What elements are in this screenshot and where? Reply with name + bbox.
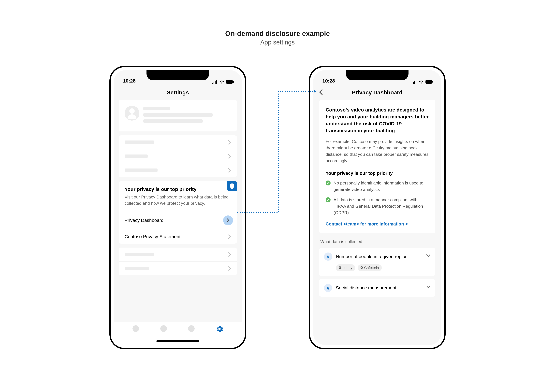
check-circle-icon [326, 181, 331, 193]
page-header: On-demand disclosure example App setting… [0, 30, 555, 46]
page-subtitle: App settings [0, 39, 555, 46]
privacy-dashboard-link[interactable]: Privacy Dashboard [119, 211, 237, 230]
intro-card: Contoso's video analytics are designed t… [319, 100, 435, 233]
battery-icon [226, 80, 234, 84]
chevron-down-icon [426, 285, 431, 288]
privacy-bullet-text: No personally identifiable information i… [334, 180, 429, 193]
phone-notch [146, 70, 209, 80]
tab-placeholder[interactable] [188, 325, 195, 332]
signal-icon [411, 80, 417, 84]
chevron-right-icon [228, 234, 231, 239]
privacy-subheading: Your privacy is our top priority [326, 171, 429, 176]
chevron-down-icon [426, 254, 431, 257]
location-chips: Lobby Cafeteria [336, 264, 431, 271]
privacy-statement-link[interactable]: Contoso Privacy Statement [119, 230, 237, 244]
phone-right: 10:28 Privacy Dashboard Contoso's video … [309, 66, 445, 349]
page-title: On-demand disclosure example [0, 30, 555, 37]
location-chip[interactable]: Lobby [336, 264, 355, 271]
settings-row-placeholder[interactable] [119, 247, 237, 261]
data-collected-label: What data is collected [319, 237, 435, 248]
avatar-placeholder [124, 106, 139, 121]
profile-card[interactable] [119, 100, 237, 131]
privacy-bullet: No personally identifiable information i… [326, 180, 429, 193]
privacy-bullet: All data is stored in a manner compliant… [326, 197, 429, 216]
phones-container: 10:28 Settings [0, 66, 555, 349]
privacy-bullet-text: All data is stored in a manner compliant… [334, 197, 429, 216]
hash-icon: # [324, 253, 332, 261]
privacy-card: Your privacy is our top priority Visit o… [119, 181, 237, 244]
privacy-dashboard-link-label: Privacy Dashboard [124, 218, 164, 223]
signal-icon [212, 80, 218, 84]
location-chip[interactable]: Cafeteria [358, 264, 382, 271]
privacy-card-description: Visit our Privacy Dashboard to learn wha… [124, 194, 231, 206]
status-time: 10:28 [322, 78, 335, 84]
settings-list-1 [119, 135, 237, 177]
settings-row-placeholder[interactable] [119, 261, 237, 275]
nav-header: Settings [114, 85, 242, 100]
chevron-highlight [223, 215, 233, 225]
settings-row-placeholder[interactable] [119, 135, 237, 149]
pin-icon [361, 266, 363, 269]
home-indicator[interactable] [156, 340, 199, 342]
chevron-right-icon [226, 218, 230, 223]
svg-rect-2 [425, 80, 432, 84]
svg-rect-1 [233, 81, 234, 83]
intro-body: For example, Contoso may provide insight… [326, 138, 429, 164]
chevron-right-icon [228, 266, 231, 271]
status-icons [411, 80, 433, 84]
chevron-right-icon [228, 140, 231, 145]
hash-icon: # [324, 284, 332, 292]
chevron-left-icon [319, 89, 323, 95]
nav-title: Privacy Dashboard [352, 89, 402, 96]
privacy-statement-link-label: Contoso Privacy Statement [124, 234, 180, 239]
intro-heading: Contoso's video analytics are designed t… [326, 106, 429, 134]
data-item-title: Number of people in a given region [336, 253, 423, 260]
wifi-icon [219, 80, 224, 84]
shield-badge [227, 181, 237, 191]
tab-bar [114, 322, 242, 345]
phone-left: 10:28 Settings [110, 66, 246, 349]
wifi-icon [419, 80, 424, 84]
tab-placeholder[interactable] [160, 325, 167, 332]
chip-label: Lobby [343, 266, 352, 270]
phone-notch [346, 70, 409, 80]
chevron-right-icon [228, 154, 231, 159]
privacy-card-title: Your privacy is our top priority [124, 186, 231, 192]
status-time: 10:28 [123, 78, 136, 84]
data-collected-item[interactable]: # Number of people in a given region Lob… [319, 248, 435, 276]
back-button[interactable] [319, 89, 323, 96]
gear-icon [216, 325, 223, 333]
shield-icon [230, 183, 234, 189]
nav-title: Settings [167, 89, 189, 96]
nav-header: Privacy Dashboard [313, 85, 441, 100]
settings-row-placeholder[interactable] [119, 163, 237, 177]
pin-icon [339, 266, 341, 269]
data-item-title: Social distance measurement [336, 284, 423, 291]
svg-rect-3 [432, 81, 433, 83]
status-icons [212, 80, 234, 84]
settings-list-2 [119, 247, 237, 275]
chevron-right-icon [228, 168, 231, 173]
data-collected-item[interactable]: # Social distance measurement [319, 279, 435, 297]
check-circle-icon [326, 197, 331, 216]
chip-label: Cafeteria [364, 266, 379, 270]
tab-settings[interactable] [216, 325, 223, 333]
battery-icon [425, 80, 433, 84]
contact-team-link[interactable]: Contact <team> for more information > [326, 220, 429, 227]
tab-placeholder[interactable] [132, 325, 139, 332]
profile-text-placeholder [143, 106, 231, 125]
svg-rect-0 [226, 80, 233, 84]
chevron-right-icon [228, 252, 231, 257]
settings-row-placeholder[interactable] [119, 149, 237, 163]
